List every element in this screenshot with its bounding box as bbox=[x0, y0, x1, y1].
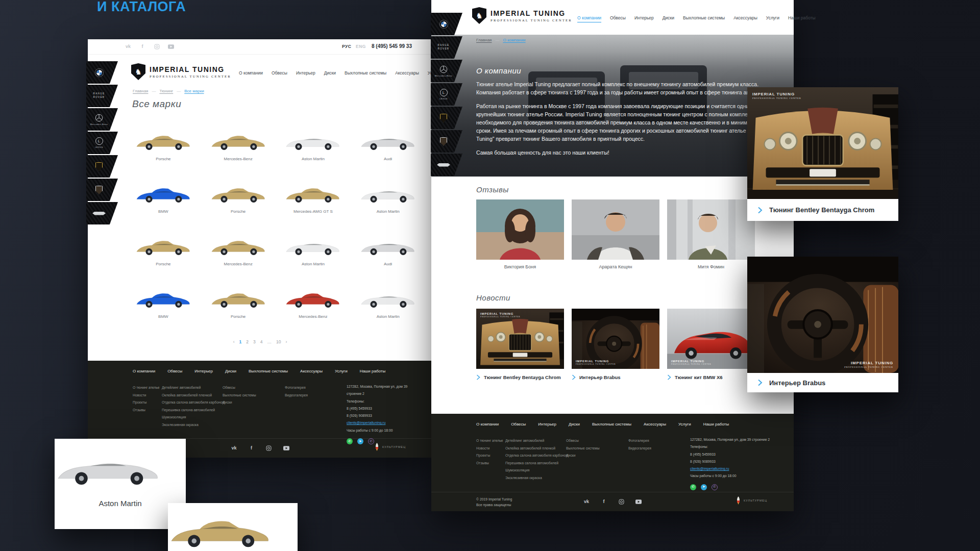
car-item[interactable]: Aston Martin bbox=[356, 172, 420, 214]
car-item[interactable]: Audi bbox=[356, 120, 420, 162]
nav-item[interactable]: Выхлопные системы bbox=[345, 70, 386, 76]
footer-email[interactable]: clients@imperialtuning.ru bbox=[347, 419, 422, 427]
footer-link[interactable]: Отзывы bbox=[476, 460, 503, 467]
instagram-icon[interactable] bbox=[618, 498, 624, 505]
footer-menu-item[interactable]: Интерьер bbox=[538, 422, 556, 427]
footer-link[interactable]: Эксклюзивная окраска bbox=[505, 474, 568, 482]
brand-tile-lexus[interactable]: LLEXUS bbox=[86, 132, 118, 154]
youtube-icon[interactable] bbox=[168, 43, 174, 49]
brand-tile-mercedes[interactable]: Mercedes-Benz bbox=[86, 108, 118, 131]
car-item[interactable]: Mercedes-Benz bbox=[206, 225, 271, 267]
footer-link[interactable]: Видеогалерея bbox=[285, 392, 308, 399]
header-phone[interactable]: 8 (495) 545 99 33 bbox=[372, 43, 412, 49]
page-number[interactable]: … bbox=[267, 339, 272, 344]
footer-phone2[interactable]: 8 (926) 9089933 bbox=[690, 458, 770, 465]
footer-email[interactable]: clients@imperialtuning.ru bbox=[690, 465, 770, 472]
logo[interactable]: ♞ IMPERIAL TUNING PROFESSIONAL TUNING CE… bbox=[131, 63, 231, 80]
footer-link[interactable]: Выхлопные системы bbox=[566, 445, 600, 453]
brand-tile-aston-martin[interactable] bbox=[86, 202, 118, 224]
brabus-project-card[interactable]: IMPERIAL TUNING PROFESSIONAL TUNING CENT… bbox=[747, 257, 898, 392]
youtube-icon[interactable] bbox=[635, 498, 642, 505]
nav-item[interactable]: Аксессуары bbox=[395, 70, 419, 76]
footer-menu-item[interactable]: Выхлопные системы bbox=[592, 422, 631, 427]
footer-link[interactable]: Детейлинг автомобилей bbox=[505, 437, 568, 445]
youtube-icon[interactable] bbox=[283, 445, 289, 451]
vk-icon[interactable]: vk bbox=[583, 498, 590, 505]
footer-link[interactable]: Шумоизоляция bbox=[505, 467, 568, 474]
footer-link[interactable]: Отделка салона автомобиля карбоном bbox=[505, 452, 568, 460]
footer-menu-item[interactable]: О компании bbox=[476, 422, 499, 427]
footer-link[interactable]: Проекты bbox=[133, 399, 160, 407]
footer-link[interactable]: Перешивка салона автомобилей bbox=[505, 460, 568, 467]
brand-tile-lamborghini[interactable] bbox=[431, 107, 462, 129]
review-card[interactable]: Арарата Кещян bbox=[572, 199, 659, 269]
aston-martin-card[interactable]: Aston Martin bbox=[55, 439, 186, 529]
nav-item[interactable]: Интерьер bbox=[296, 70, 315, 76]
page-number[interactable]: 3 bbox=[253, 339, 256, 344]
car-item[interactable]: BMW bbox=[131, 172, 195, 214]
footer-menu-item[interactable]: Аксессуары bbox=[644, 422, 666, 427]
car-item[interactable]: Porsche bbox=[131, 120, 195, 162]
brand-tile-range-rover[interactable]: RANGEROVER bbox=[86, 85, 118, 107]
page-number[interactable]: 2 bbox=[246, 339, 249, 344]
car-item[interactable]: Audi bbox=[356, 225, 420, 267]
footer-menu-item[interactable]: Диски bbox=[569, 422, 580, 427]
car-item[interactable]: Porsche bbox=[206, 172, 271, 214]
footer-link[interactable]: Новости bbox=[133, 392, 160, 399]
footer-menu-item[interactable]: Услуги bbox=[678, 422, 691, 427]
bentley-project-card[interactable]: IMPERIAL TUNING PROFESSIONAL TUNING CENT… bbox=[747, 87, 898, 221]
instagram-icon[interactable] bbox=[154, 43, 160, 49]
footer-link[interactable]: О тюнинг ателье bbox=[476, 437, 503, 445]
footer-link[interactable]: Выхлопные системы bbox=[223, 392, 256, 399]
page-number[interactable]: 4 bbox=[260, 339, 263, 344]
whatsapp-icon[interactable]: ✆ bbox=[690, 484, 696, 490]
footer-link[interactable]: Эксклюзивная окраска bbox=[162, 421, 225, 429]
footer-link[interactable]: Диски bbox=[566, 452, 600, 460]
footer-link[interactable]: О тюнинг ателье bbox=[133, 384, 160, 392]
breadcrumb-item[interactable]: Все марки bbox=[184, 89, 204, 93]
facebook-icon[interactable]: f bbox=[249, 445, 255, 451]
footer-menu-item[interactable]: О компании bbox=[133, 369, 155, 373]
footer-link[interactable]: Отзывы bbox=[133, 407, 160, 414]
facebook-icon[interactable]: f bbox=[139, 43, 145, 49]
footer-link[interactable]: Отделка салона автомобиля карбоном bbox=[162, 399, 225, 407]
footer-link[interactable]: Проекты bbox=[476, 452, 503, 460]
nav-item[interactable]: Диски bbox=[663, 15, 674, 22]
breadcrumb-item[interactable]: Тюнинг bbox=[159, 89, 184, 93]
lang-eng[interactable]: ENG bbox=[356, 44, 366, 49]
facebook-icon[interactable]: f bbox=[601, 498, 607, 505]
brand-tile-mercedes[interactable]: Mercedes-Benz bbox=[431, 60, 462, 82]
brand-tile-bmw[interactable] bbox=[431, 13, 462, 35]
breadcrumb-item[interactable]: Главная bbox=[133, 89, 159, 93]
car-item[interactable]: Aston Martin bbox=[281, 225, 346, 267]
vk-icon[interactable]: vk bbox=[231, 445, 237, 451]
news-card[interactable]: IMPERIAL TUNINGPROFESSIONAL TUNING CENTE… bbox=[476, 309, 564, 380]
footer-link[interactable]: Оклейка автомобилей пленкой bbox=[505, 445, 568, 453]
footer-link[interactable]: Диски bbox=[223, 399, 256, 407]
car-item[interactable]: Porsche bbox=[131, 225, 195, 267]
brand-tile-lamborghini[interactable] bbox=[86, 155, 118, 178]
nav-item[interactable]: Наши работы bbox=[788, 15, 816, 22]
nav-item[interactable]: Услуги bbox=[766, 15, 779, 22]
footer-link[interactable]: Новости bbox=[476, 445, 503, 453]
news-card[interactable]: IMPERIAL TUNINGPROFESSIONAL TUNING CENTE… bbox=[667, 309, 755, 380]
page-number[interactable]: 1 bbox=[239, 339, 242, 344]
car-item[interactable]: Mercedes-Benz bbox=[281, 278, 346, 319]
footer-menu-item[interactable]: Наши работы bbox=[360, 369, 386, 373]
car-item[interactable]: Mercedes-Benz bbox=[206, 120, 271, 162]
footer-phone1[interactable]: 8 (495) 5459933 bbox=[690, 451, 770, 458]
footer-link[interactable]: Оклейка автомобилей пленкой bbox=[162, 392, 225, 399]
footer-link[interactable]: Видеогалерея bbox=[628, 445, 651, 453]
breadcrumb-item[interactable]: О компании bbox=[503, 38, 525, 42]
page-number[interactable]: › bbox=[285, 339, 287, 344]
vk-icon[interactable]: vk bbox=[125, 43, 131, 49]
car-item[interactable]: Aston Martin bbox=[281, 120, 346, 162]
logo[interactable]: ♞ IMPERIAL TUNING PROFESSIONAL TUNING CE… bbox=[472, 7, 572, 24]
footer-menu-item[interactable]: Интерьер bbox=[194, 369, 213, 373]
footer-link[interactable]: Шумоизоляция bbox=[162, 414, 225, 421]
brand-tile-porsche[interactable] bbox=[86, 179, 118, 201]
car-item[interactable]: Aston Martin bbox=[356, 278, 420, 319]
studio-credit[interactable]: КУЛЬТУРМЕЦ bbox=[375, 443, 406, 451]
footer-menu-item[interactable]: Наши работы bbox=[703, 422, 729, 427]
footer-menu-item[interactable]: Аксессуары bbox=[300, 369, 323, 373]
